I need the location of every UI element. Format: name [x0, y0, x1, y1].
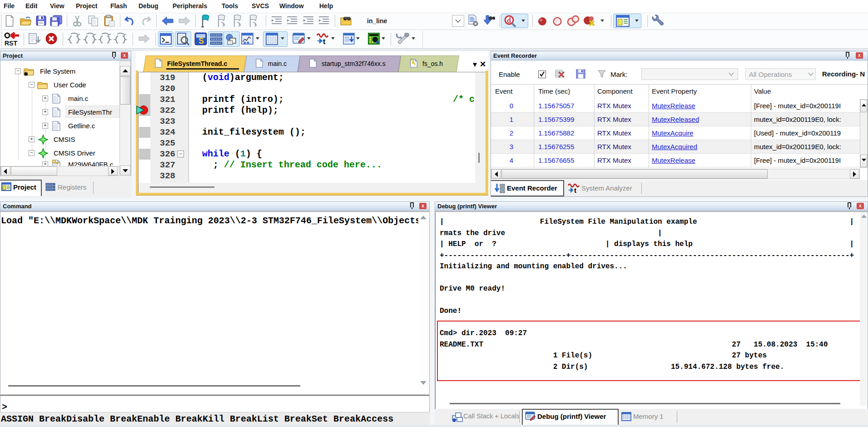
svg-text:t: t [574, 186, 576, 194]
svg-text:RST: RST [5, 40, 17, 46]
svg-text:S: S [198, 36, 204, 45]
svg-text:t: t [323, 38, 326, 45]
svg-text:✱: ✱ [24, 71, 28, 76]
svg-text:d: d [507, 16, 511, 24]
